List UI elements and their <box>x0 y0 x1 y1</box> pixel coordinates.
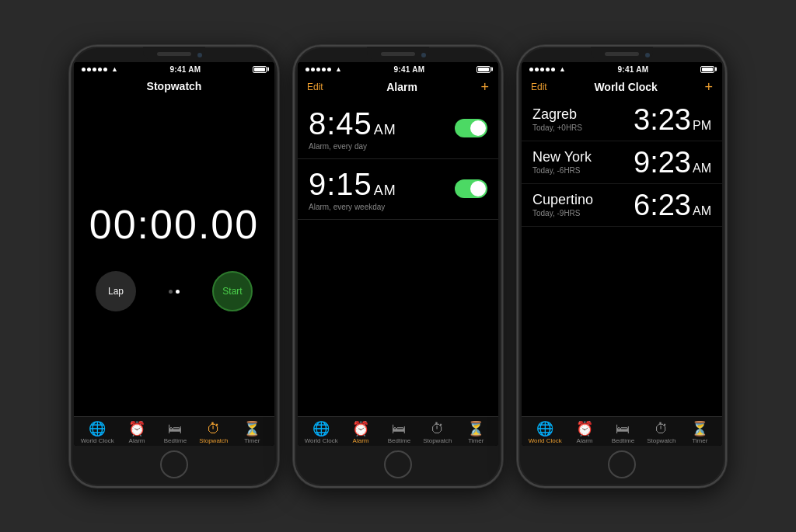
wc-sig-5 <box>551 68 555 71</box>
dot-1 <box>169 290 173 294</box>
cupertino-offset: Today, -9HRS <box>532 209 593 217</box>
signal-dot-5 <box>103 68 107 71</box>
wc-tab-stopwatch[interactable]: ⏱ Stopwatch <box>646 422 677 444</box>
wc-battery-fill <box>702 68 713 71</box>
wc-status-right <box>700 66 714 73</box>
cupertino-ampm: AM <box>693 204 711 217</box>
wc-status-bar: ▲ 9:41 AM <box>522 62 722 75</box>
zagreb-group: Zagreb Today, +0HRS <box>532 106 582 132</box>
stopwatch-tab-bar: 🌐 World Clock ⏰ Alarm 🛏 Bedtime ⏱ Stopwa… <box>74 416 274 446</box>
alarm-1-toggle[interactable] <box>455 119 487 137</box>
alarm-tab-alarm[interactable]: ⏰ Alarm <box>345 422 376 444</box>
alarm-item-1[interactable]: 8:45AM Alarm, every day <box>298 99 498 159</box>
wc-edit-button[interactable]: Edit <box>531 82 547 92</box>
wc-world-label: World Clock <box>529 437 562 444</box>
stopwatch-nav-header: Stopwatch <box>74 75 274 97</box>
wc-tab-world-clock[interactable]: 🌐 World Clock <box>529 422 562 444</box>
newyork-offset: Today, -6HRS <box>532 166 592 175</box>
alarm-nav-title: Alarm <box>386 81 417 93</box>
stopwatch-icon: ⏱ <box>207 422 221 436</box>
a-bed-icon: 🛏 <box>392 422 406 436</box>
wc-timer-label: Timer <box>692 437 707 444</box>
alarm-2-toggle[interactable] <box>455 179 487 198</box>
wc-nav-title: World Clock <box>594 81 657 93</box>
cupertino-group: Cupertino Today, -9HRS <box>532 192 593 217</box>
dot-2 <box>176 290 180 294</box>
wc-tab-bedtime[interactable]: 🛏 Bedtime <box>607 422 638 444</box>
tab-bedtime[interactable]: 🛏 Bedtime <box>159 422 190 444</box>
wc-tab-timer[interactable]: ⏳ Timer <box>684 422 715 444</box>
alarm-1-label: Alarm, every day <box>309 142 396 151</box>
alarm-tab-timer[interactable]: ⏳ Timer <box>460 422 491 444</box>
stopwatch-time-display: 00:00.00 <box>89 201 259 248</box>
signal-dot-1 <box>82 68 86 71</box>
world-clock-icon: 🌐 <box>89 422 106 436</box>
speaker <box>157 52 191 56</box>
stopwatch-controls: Lap Start <box>74 271 274 311</box>
alarm-status-left: ▲ <box>305 65 342 73</box>
tab-timer[interactable]: ⏳ Timer <box>236 422 267 444</box>
worldclock-phone: ▲ 9:41 AM Edit World Clock + Zag <box>517 45 727 488</box>
alarm-2-label: Alarm, every weekday <box>309 203 396 211</box>
clock-item-cupertino[interactable]: Cupertino Today, -9HRS 6:23AM <box>522 184 722 227</box>
stopwatch-title: Stopwatch <box>147 80 202 92</box>
clock-item-zagreb[interactable]: Zagreb Today, +0HRS 3:23PM <box>522 99 722 141</box>
wc-wifi-icon: ▲ <box>559 65 566 73</box>
lap-button[interactable]: Lap <box>96 271 136 311</box>
a-world-icon: 🌐 <box>312 422 330 436</box>
alarm-tab-bedtime[interactable]: 🛏 Bedtime <box>383 422 414 444</box>
wc-tab-alarm[interactable]: ⏰ Alarm <box>569 422 600 444</box>
bedtime-label: Bedtime <box>164 437 187 444</box>
a-timer-icon: ⏳ <box>467 422 484 436</box>
alarm-1-time-group: 8:45AM Alarm, every day <box>309 106 396 151</box>
clock-item-newyork[interactable]: New York Today, -6HRS 9:23AM <box>522 141 722 184</box>
wc-timer-icon: ⏳ <box>691 422 708 436</box>
zagreb-offset: Today, +0HRS <box>532 123 582 132</box>
alarm-tab-world-clock[interactable]: 🌐 World Clock <box>305 422 338 444</box>
wc-bed-icon: 🛏 <box>616 422 630 436</box>
alarm-edit-button[interactable]: Edit <box>307 82 323 92</box>
alarm-status-time: 9:41 AM <box>393 65 424 74</box>
home-button[interactable] <box>160 450 188 478</box>
a-sig-5 <box>327 68 331 71</box>
alarm-tab-bar: 🌐 World Clock ⏰ Alarm 🛏 Bedtime ⏱ Stopwa… <box>298 416 498 446</box>
wc-stop-label: Stopwatch <box>647 437 676 444</box>
zagreb-time: 3:23PM <box>634 105 711 134</box>
status-right <box>253 66 267 73</box>
newyork-ampm: AM <box>693 162 711 175</box>
signal-dot-4 <box>98 68 102 71</box>
a-sig-2 <box>311 68 315 71</box>
home-button-2[interactable] <box>384 450 412 478</box>
a-sig-1 <box>305 68 309 71</box>
tab-world-clock[interactable]: 🌐 World Clock <box>81 422 114 444</box>
wifi-icon: ▲ <box>111 65 118 73</box>
a-world-label: World Clock <box>305 437 338 444</box>
tab-alarm[interactable]: ⏰ Alarm <box>121 422 152 444</box>
wc-nav-header: Edit World Clock + <box>522 75 722 99</box>
status-left: ▲ <box>82 65 118 73</box>
newyork-group: New York Today, -6HRS <box>532 149 592 175</box>
home-button-3[interactable] <box>608 450 636 478</box>
alarm-item-2[interactable]: 9:15AM Alarm, every weekday <box>298 159 498 220</box>
stopwatch-phone: ▲ 9:41 AM Stopwatch 00:00.00 <box>69 45 279 488</box>
newyork-city: New York <box>532 149 592 165</box>
wc-add-button[interactable]: + <box>704 80 713 94</box>
alarm-2-ampm: AM <box>374 183 396 198</box>
dots-indicator <box>169 290 180 294</box>
worldclock-list: Zagreb Today, +0HRS 3:23PM New York Toda… <box>522 99 722 416</box>
zagreb-city: Zagreb <box>532 106 582 123</box>
alarm-add-button[interactable]: + <box>480 80 489 94</box>
cupertino-time: 6:23AM <box>634 190 711 220</box>
alarm-phone: ▲ 9:41 AM Edit Alarm + <box>293 45 503 488</box>
wc-bed-label: Bedtime <box>612 437 634 444</box>
alarm-battery <box>477 66 491 73</box>
start-button[interactable]: Start <box>212 271 253 311</box>
a-sig-3 <box>316 68 320 71</box>
newyork-time: 9:23AM <box>634 148 711 177</box>
wc-sig-4 <box>546 68 550 71</box>
alarm-tab-stopwatch[interactable]: ⏱ Stopwatch <box>422 422 453 444</box>
alarm-1-ampm: AM <box>374 122 396 137</box>
tab-stopwatch[interactable]: ⏱ Stopwatch <box>198 422 229 444</box>
bedtime-icon: 🛏 <box>168 422 182 436</box>
a-stop-label: Stopwatch <box>423 437 452 444</box>
